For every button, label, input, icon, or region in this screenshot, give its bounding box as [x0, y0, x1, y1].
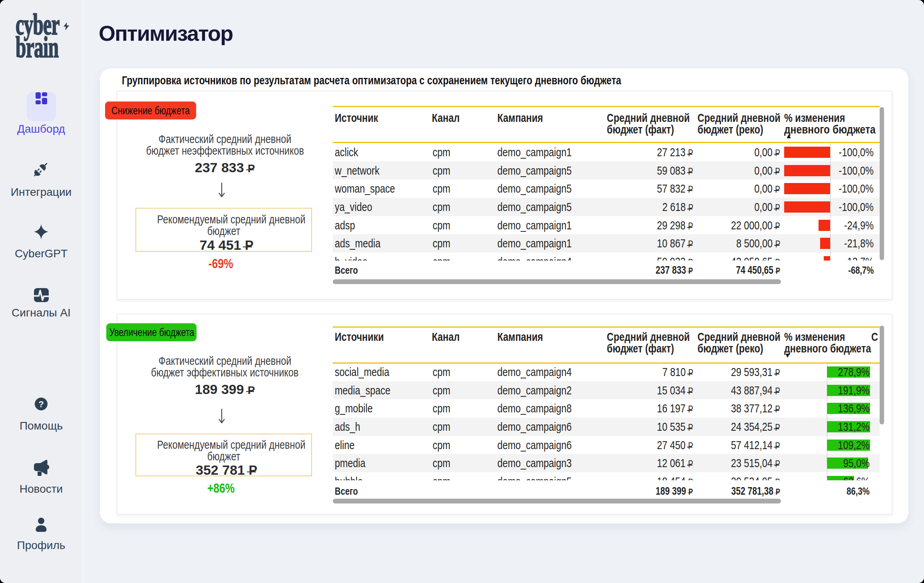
svg-text:?: ?: [38, 399, 44, 409]
